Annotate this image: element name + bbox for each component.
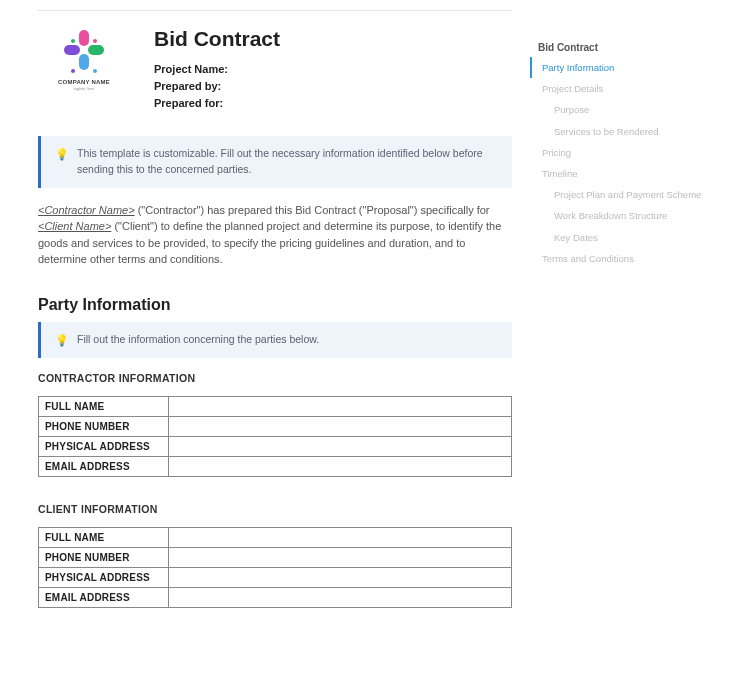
table-row: PHONE NUMBER bbox=[39, 548, 512, 568]
divider bbox=[38, 10, 512, 11]
company-tagline: tagline here bbox=[74, 86, 95, 91]
document-header: COMPANY NAME tagline here Bid Contract P… bbox=[38, 25, 512, 112]
bulb-icon: 💡 bbox=[55, 146, 69, 178]
client-info-heading: CLIENT INFORMATION bbox=[38, 503, 512, 515]
bulb-icon: 💡 bbox=[55, 332, 69, 349]
nav-item[interactable]: Key Dates bbox=[530, 227, 743, 248]
callout-customizable: 💡 This template is customizable. Fill ou… bbox=[38, 136, 512, 188]
nav-item[interactable]: Purpose bbox=[530, 99, 743, 120]
nav-item[interactable]: Pricing bbox=[530, 142, 743, 163]
client-phone-input[interactable] bbox=[169, 548, 512, 568]
contractor-info-table: FULL NAME PHONE NUMBER PHYSICAL ADDRESS … bbox=[38, 396, 512, 477]
meta-project-name: Project Name: bbox=[154, 61, 512, 78]
table-row: FULL NAME bbox=[39, 397, 512, 417]
client-address-input[interactable] bbox=[169, 568, 512, 588]
contractor-info-heading: CONTRACTOR INFORMATION bbox=[38, 372, 512, 384]
contractor-placeholder[interactable]: <Contractor Name> bbox=[38, 204, 135, 216]
party-information-heading: Party Information bbox=[38, 296, 512, 314]
company-logo: COMPANY NAME tagline here bbox=[38, 25, 130, 91]
meta-prepared-for: Prepared for: bbox=[154, 95, 512, 112]
logo-icon bbox=[65, 37, 103, 75]
contractor-full-name-input[interactable] bbox=[169, 397, 512, 417]
table-row: PHONE NUMBER bbox=[39, 417, 512, 437]
callout-party-info: 💡 Fill out the information concerning th… bbox=[38, 322, 512, 359]
table-row: EMAIL ADDRESS bbox=[39, 588, 512, 608]
page-title: Bid Contract bbox=[154, 27, 512, 51]
nav-item[interactable]: Project Plan and Payment Scheme bbox=[530, 184, 743, 205]
company-name: COMPANY NAME bbox=[58, 79, 110, 85]
nav-item[interactable]: Terms and Conditions bbox=[530, 248, 743, 269]
contractor-email-input[interactable] bbox=[169, 457, 512, 477]
table-row: EMAIL ADDRESS bbox=[39, 457, 512, 477]
client-placeholder[interactable]: <Client Name> bbox=[38, 220, 111, 232]
callout-text: This template is customizable. Fill out … bbox=[77, 146, 498, 178]
table-row: FULL NAME bbox=[39, 528, 512, 548]
contractor-address-input[interactable] bbox=[169, 437, 512, 457]
table-row: PHYSICAL ADDRESS bbox=[39, 437, 512, 457]
client-email-input[interactable] bbox=[169, 588, 512, 608]
client-full-name-input[interactable] bbox=[169, 528, 512, 548]
nav-item[interactable]: Party Information bbox=[530, 57, 743, 78]
intro-paragraph: <Contractor Name> ("Contractor") has pre… bbox=[38, 202, 512, 268]
outline-sidebar: Bid Contract Party InformationProject De… bbox=[530, 0, 743, 618]
nav-item[interactable]: Services to be Rendered bbox=[530, 121, 743, 142]
nav-item[interactable]: Project Details bbox=[530, 78, 743, 99]
callout-text: Fill out the information concerning the … bbox=[77, 332, 319, 349]
nav-item[interactable]: Work Breakdown Structure bbox=[530, 205, 743, 226]
client-info-table: FULL NAME PHONE NUMBER PHYSICAL ADDRESS … bbox=[38, 527, 512, 608]
meta-prepared-by: Prepared by: bbox=[154, 78, 512, 95]
nav-item[interactable]: Timeline bbox=[530, 163, 743, 184]
contractor-phone-input[interactable] bbox=[169, 417, 512, 437]
document-main: COMPANY NAME tagline here Bid Contract P… bbox=[0, 0, 530, 618]
nav-root[interactable]: Bid Contract bbox=[530, 40, 743, 57]
table-row: PHYSICAL ADDRESS bbox=[39, 568, 512, 588]
